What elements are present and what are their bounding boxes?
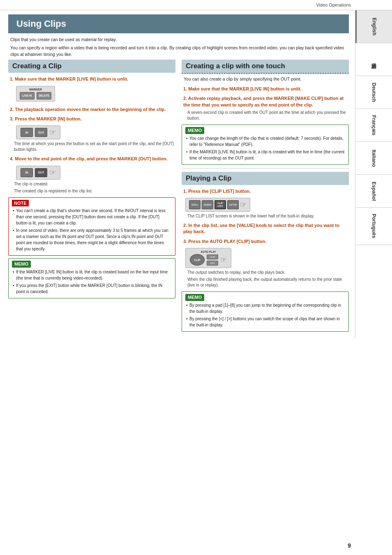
play-step-3: 3. Press the AUTO PLAY [CLIP] button. AU… bbox=[182, 238, 349, 288]
one-touch-caption: A seven-second clip is created with the … bbox=[187, 110, 347, 121]
tab-english[interactable]: English bbox=[355, 10, 392, 43]
play-memo-2: By pressing the [<] / [>] buttons you ca… bbox=[185, 316, 345, 328]
step-3-text: Press the MARKER [IN] button. bbox=[15, 116, 82, 121]
memo-item-2: If you press the [EXIT] button while the… bbox=[12, 282, 172, 295]
memo-box-playing: MEMO By pressing a pad [1]–[8] you can j… bbox=[182, 291, 349, 332]
tab-espanol-label: Español bbox=[371, 182, 377, 201]
delete-btn: DELETE bbox=[37, 92, 51, 99]
note-box: NOTE You can't create a clip that's shor… bbox=[8, 197, 175, 256]
caption-step4a: The clip is created. bbox=[14, 181, 174, 187]
in-btn-2: IN bbox=[21, 168, 33, 177]
page-title: Using Clips bbox=[8, 14, 349, 33]
autoplay-device: AUTO PLAY CLIP CLIP LIST ☞ bbox=[185, 248, 231, 268]
step-3-label: 3. Press the MARKER [IN] button. bbox=[10, 116, 174, 122]
in-button-device: IN OUT ☞ bbox=[16, 125, 60, 139]
finger-icon-3: ☞ bbox=[240, 200, 247, 209]
marker-buttons: LIVE IN DELETE bbox=[20, 92, 51, 99]
tab-japanese[interactable]: 日本語 bbox=[355, 43, 392, 76]
divider bbox=[182, 168, 349, 169]
note-item-2: In one second of video, there are only a… bbox=[12, 227, 172, 252]
tab-portugues[interactable]: Português bbox=[355, 208, 392, 245]
play-step-1: 1. Press the [CLIP LIST] button. STILL A… bbox=[182, 188, 349, 219]
autoplay-label: AUTO PLAY bbox=[201, 250, 216, 253]
in-btn: IN bbox=[21, 128, 33, 137]
play-caption-1: The CLIP LIST screen is shown in the low… bbox=[187, 213, 347, 219]
out-btn-active: OUT bbox=[35, 168, 47, 177]
audio-btn: AUDIO bbox=[202, 200, 213, 209]
one-touch-step-2: 2. Activate replay playback, and press t… bbox=[182, 95, 349, 121]
tab-italiano-label: Italiano bbox=[371, 150, 377, 167]
creating-clip-section: Creating a Clip 1. Make sure that the MA… bbox=[8, 60, 175, 334]
tab-italiano[interactable]: Italiano bbox=[355, 142, 392, 175]
playing-clip-section: Playing a Clip 1. Press the [CLIP LIST] … bbox=[182, 172, 349, 332]
one-touch-step-1-text: Make sure that the MARKER [LIVE IN] butt… bbox=[188, 86, 302, 91]
one-touch-section: Creating a clip with one touch You can a… bbox=[182, 60, 349, 164]
play-memo-1: By pressing a pad [1]–[8] you can jump t… bbox=[185, 302, 345, 314]
creating-clip-header: Creating a Clip bbox=[8, 60, 175, 73]
clip-list-btn: CLIP LIST bbox=[214, 200, 226, 209]
note-item-1: You can't create a clip that's shorter t… bbox=[12, 208, 172, 226]
out-btn-inactive: OUT bbox=[35, 128, 47, 137]
step-2-num: 2. bbox=[10, 107, 14, 112]
out-button-device: IN OUT ☞ bbox=[16, 166, 60, 180]
step-4-num: 4. bbox=[10, 156, 14, 161]
play-step-2-label: 2. In the clip list, use the [VALUE] kno… bbox=[183, 222, 347, 235]
step-1: 1. Make sure that the MARKER [LIVE IN] b… bbox=[8, 76, 175, 103]
autoplay-list-label: LIST bbox=[207, 261, 218, 266]
play-step-2-text: In the clip list, use the [VALUE] knob t… bbox=[183, 223, 339, 234]
step-4-label: 4. Move to the end point of the clip, an… bbox=[10, 156, 174, 162]
caption-step4b: The created clip is registered in the cl… bbox=[14, 188, 174, 194]
main-content: Using Clips Clips that you create can be… bbox=[0, 10, 392, 338]
left-content: Using Clips Clips that you create can be… bbox=[0, 10, 355, 338]
play-step-1-num: 1. bbox=[183, 189, 187, 194]
marker-device-graphic: MARKER LIVE IN DELETE bbox=[16, 86, 55, 102]
play-step-3-label: 3. Press the AUTO PLAY [CLIP] button. bbox=[183, 238, 347, 245]
tab-deutsch-label: Deutsch bbox=[371, 83, 377, 102]
memo-title-playing: MEMO bbox=[185, 294, 204, 301]
two-column-layout: Creating a Clip 1. Make sure that the MA… bbox=[8, 60, 349, 334]
step-1-text: Make sure that the MARKER [LIVE IN] butt… bbox=[15, 76, 128, 81]
right-sections: Creating a clip with one touch You can a… bbox=[182, 60, 349, 334]
memo-title-creating: MEMO bbox=[12, 261, 31, 268]
play-caption-3: When the clip finished playing back, the… bbox=[187, 277, 347, 288]
intro-text-2: You can specify a region within a video … bbox=[8, 45, 349, 58]
play-step-3-text: Press the AUTO PLAY [CLIP] button. bbox=[188, 239, 266, 244]
one-touch-memo-1: You can change the length of the clip th… bbox=[185, 135, 345, 148]
step-3: 3. Press the MARKER [IN] button. IN OUT … bbox=[8, 116, 175, 153]
memo-title-one-touch: MEMO bbox=[185, 127, 204, 134]
palette-btn: LETTE bbox=[227, 200, 239, 209]
one-touch-intro: You can also create a clip by simply spe… bbox=[182, 76, 349, 83]
play-step-2-num: 2. bbox=[183, 223, 187, 228]
one-touch-step-1-label: 1. Make sure that the MARKER [LIVE IN] b… bbox=[183, 86, 347, 92]
language-sidebar: English 日本語 Deutsch Français Italiano Es… bbox=[355, 10, 392, 338]
playing-clip-header: Playing a Clip bbox=[182, 172, 349, 185]
tab-francais[interactable]: Français bbox=[355, 109, 392, 142]
live-in-btn: LIVE IN bbox=[20, 92, 35, 99]
step-3-num: 3. bbox=[10, 116, 14, 121]
one-touch-step-2-label: 2. Activate replay playback, and press t… bbox=[183, 95, 347, 108]
note-title: NOTE bbox=[12, 200, 29, 207]
page-number: 9 bbox=[348, 542, 351, 549]
step-2-text: The playback operation moves the marker … bbox=[15, 107, 166, 112]
finger-icon-4: ☞ bbox=[220, 255, 227, 264]
caption-step3: The time at which you press the button i… bbox=[14, 141, 174, 153]
play-caption-2: The output switches to replay, and the c… bbox=[187, 270, 347, 275]
finger-icon-2: ☞ bbox=[49, 168, 56, 177]
autoplay-inner: CLIP CLIP LIST ☞ bbox=[190, 254, 227, 266]
step-4: 4. Move to the end point of the clip, an… bbox=[8, 156, 175, 194]
tab-espanol[interactable]: Español bbox=[355, 175, 392, 208]
page-header: Video Operations bbox=[0, 0, 392, 10]
marker-label: MARKER bbox=[29, 88, 42, 91]
section-title: Video Operations bbox=[316, 2, 351, 7]
still-btn: STILL bbox=[189, 200, 201, 209]
step-2-label: 2. The playback operation moves the mark… bbox=[10, 106, 174, 113]
clip-list-device: STILL AUDIO CLIP LIST LETTE ☞ bbox=[185, 198, 250, 212]
play-step-2: 2. In the clip list, use the [VALUE] kno… bbox=[182, 222, 349, 235]
one-touch-step-2-text: Activate replay playback, and press the … bbox=[183, 96, 344, 107]
memo-box-creating: MEMO If the MARKER [LIVE IN] button is l… bbox=[8, 258, 175, 298]
tab-deutsch[interactable]: Deutsch bbox=[355, 76, 392, 109]
one-touch-header: Creating a clip with one touch bbox=[182, 60, 349, 74]
one-touch-step-1-num: 1. bbox=[183, 86, 187, 91]
autoplay-side-btns: CLIP LIST bbox=[207, 254, 218, 266]
step-2: 2. The playback operation moves the mark… bbox=[8, 106, 175, 113]
